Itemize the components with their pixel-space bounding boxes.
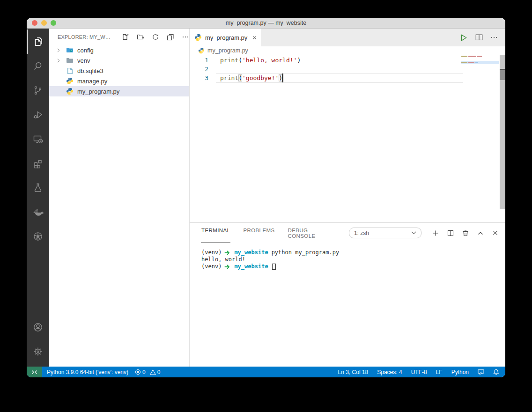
language-mode-status[interactable]: Python [451,369,469,375]
tab-terminal[interactable]: TERMINAL [201,223,230,243]
eol-status[interactable]: LF [436,369,443,375]
tree-item-venv[interactable]: venv [49,55,189,66]
editor-tab-bar: my_program.py [190,29,505,46]
activity-testing[interactable] [27,176,49,200]
tree-item-config[interactable]: config [49,45,189,55]
zoom-window-button[interactable] [51,20,56,26]
activity-bar [27,29,49,367]
activity-extensions[interactable] [27,151,49,176]
error-icon [135,369,141,375]
notifications-bell-icon[interactable] [493,369,499,375]
collapse-folders-icon[interactable] [167,33,174,41]
more-actions-icon[interactable] [182,33,189,41]
explorer-title: EXPLORER: MY_W… [58,34,111,40]
remote-indicator[interactable] [27,367,42,377]
activity-settings[interactable] [27,339,49,364]
prompt-arrow-icon [224,250,230,255]
terminal-cursor [272,264,276,270]
activity-account[interactable] [27,315,49,339]
terminal[interactable]: (venv) my_website python my_program.py h… [190,243,505,367]
activity-source-control[interactable] [27,78,49,103]
matched-bracket: ) [279,74,282,81]
file-tree: config venv db.sqlite3 manage.py [49,45,189,96]
python-file-icon [194,34,202,41]
activity-search[interactable] [27,54,49,78]
tab-label: my_program.py [205,34,247,41]
code-editor[interactable]: 1 2 3 print('hello, world!') print('good… [190,55,505,222]
tree-item-label: my_program.py [77,88,119,95]
tree-item-label: manage.py [77,78,107,85]
current-line-border-bottom [216,82,463,83]
tree-item-label: config [77,47,94,54]
editor-actions [459,29,505,46]
tree-item-label: venv [77,57,90,64]
close-panel-icon[interactable] [492,229,499,236]
activity-remote-explorer[interactable] [27,127,49,151]
indentation-status[interactable]: Spaces: 4 [377,369,402,375]
feedback-icon[interactable] [478,369,484,375]
window-title: my_program.py — my_website [226,20,306,26]
more-actions-icon[interactable] [490,34,498,41]
line-number-gutter: 1 2 3 [190,56,208,82]
new-folder-icon[interactable] [137,33,144,41]
remote-icon [31,369,37,375]
cursor-position-status[interactable]: Ln 3, Col 18 [338,369,369,375]
panel-header: TERMINAL PROBLEMS DEBUG CONSOLE 1: zsh [190,223,505,243]
text-cursor [282,74,283,82]
encoding-status[interactable]: UTF-8 [411,369,427,375]
tab-my-program-py[interactable]: my_program.py [190,29,261,46]
chevron-down-icon [411,231,416,235]
code-line-2 [220,65,301,74]
files-icon [32,36,44,48]
title-bar: my_program.py — my_website [27,18,505,29]
run-debug-icon [32,109,44,120]
config-folder-icon [66,46,74,54]
terminal-output-line: hello, world! [201,256,505,263]
minimap[interactable] [461,55,499,74]
minimize-window-button[interactable] [41,20,47,26]
activity-explorer[interactable] [27,29,49,54]
breadcrumb[interactable]: my_program.py [190,46,505,55]
split-editor-icon[interactable] [475,33,483,42]
breadcrumb-item: my_program.py [207,47,248,54]
activity-docker[interactable] [27,200,49,224]
tab-problems[interactable]: PROBLEMS [243,223,275,243]
tree-item-manage-py[interactable]: manage.py [49,76,189,86]
panel-actions [432,229,499,237]
explorer-sidebar: EXPLORER: MY_W… config [49,29,190,367]
code-line-1: print('hello, world!') [220,56,301,65]
vscode-window: my_program.py — my_website [27,18,505,377]
tab-debug-console[interactable]: DEBUG CONSOLE [288,223,335,243]
close-window-button[interactable] [32,20,37,26]
line-number: 1 [190,56,208,65]
line-number: 2 [190,65,208,74]
new-terminal-icon[interactable] [432,229,439,237]
warning-icon [150,369,156,375]
tree-item-my-program-py[interactable]: my_program.py [49,86,189,96]
folder-icon [66,57,74,64]
extensions-icon [32,158,44,169]
traffic-lights [32,20,56,26]
new-file-icon[interactable] [122,33,129,41]
account-icon [32,322,44,333]
maximize-panel-icon[interactable] [477,229,484,237]
refresh-icon[interactable] [152,33,159,41]
scrollbar-thumb[interactable] [500,69,505,80]
python-file-icon [198,47,205,54]
split-terminal-icon[interactable] [447,229,454,237]
activity-run-debug[interactable] [27,103,49,127]
editor-scrollbar[interactable] [500,55,505,209]
activity-kubernetes[interactable] [27,224,49,249]
python-file-icon [66,88,74,95]
status-bar: Python 3.9.0 64-bit ('venv': venv) 0 0 L… [27,367,505,377]
terminal-shell-selector[interactable]: 1: zsh [349,228,421,238]
tree-item-label: db.sqlite3 [77,67,103,74]
tree-item-db-sqlite3[interactable]: db.sqlite3 [49,66,189,76]
problems-status[interactable]: 0 0 [135,369,163,375]
chevron-right-icon [57,58,61,63]
close-tab-icon[interactable] [252,35,257,40]
kill-terminal-icon[interactable] [462,229,469,237]
python-interpreter-status[interactable]: Python 3.9.0 64-bit ('venv': venv) [47,369,128,375]
run-python-file-icon[interactable] [459,33,468,42]
matched-bracket: ( [238,74,242,81]
